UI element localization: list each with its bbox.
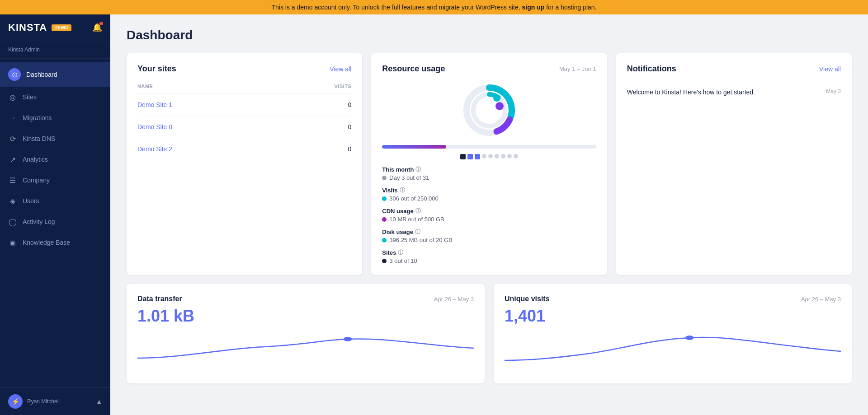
site-visits: 0 xyxy=(281,138,351,160)
stat-visits: Visits ⓘ 306 out of 250,000 xyxy=(382,187,596,202)
this-month-label: This month ⓘ xyxy=(382,166,596,173)
pagination-dot-9 xyxy=(514,154,518,159)
sites-value: 3 out of 10 xyxy=(382,257,596,264)
page-title: Dashboard xyxy=(127,28,852,42)
main-content: Dashboard Your sites View all NAME VISIT… xyxy=(110,14,868,415)
sidebar-item-label-company: Company xyxy=(23,177,50,184)
banner-text-end: for a hosting plan. xyxy=(546,4,596,11)
notification-bell[interactable]: 🔔 xyxy=(92,23,102,33)
sign-up-link[interactable]: sign up xyxy=(522,4,545,11)
notif-text: Welcome to Kinsta! Here's how to get sta… xyxy=(627,88,755,97)
demo-banner: This is a demo account only. To unlock t… xyxy=(0,0,868,14)
unique-visits-card: Unique visits Apr 26 – May 3 1,401 xyxy=(494,284,852,383)
your-sites-card: Your sites View all NAME VISITS Demo Sit… xyxy=(127,53,362,275)
disk-dot xyxy=(382,238,387,242)
sites-label: Sites ⓘ xyxy=(382,249,596,256)
avatar: ⚡ xyxy=(8,394,23,409)
visits-label: Visits ⓘ xyxy=(382,187,596,194)
sidebar-item-label-analytics: Analytics xyxy=(23,156,48,163)
sites-dot xyxy=(382,259,387,263)
visits-dot xyxy=(382,196,387,201)
site-visits: 0 xyxy=(281,116,351,138)
banner-text: This is a demo account only. To unlock t… xyxy=(271,4,520,11)
sidebar-item-migrations[interactable]: →Migrations xyxy=(0,107,110,128)
notifications-view-all[interactable]: View all xyxy=(819,65,841,73)
table-row: Demo Site 1 0 xyxy=(137,94,351,116)
bottom-grid: Data transfer Apr 26 – May 3 1.01 kB Uni… xyxy=(127,284,852,383)
sidebar-item-label-activity-log: Activity Log xyxy=(23,218,55,225)
donut-chart xyxy=(460,81,519,140)
progress-bar-fill xyxy=(382,145,446,149)
cdn-dot xyxy=(382,217,387,222)
sidebar-item-users[interactable]: ◈Users xyxy=(0,191,110,211)
unique-visits-chart xyxy=(505,331,841,367)
sidebar-footer: ⚡ Ryan Mitchell ▲ xyxy=(0,387,110,415)
kinsta-dns-icon: ⟳ xyxy=(8,134,17,143)
sidebar-item-dashboard[interactable]: ⊙Dashboard xyxy=(0,62,110,87)
pagination-dot-8 xyxy=(507,154,512,159)
sidebar-item-label-migrations: Migrations xyxy=(23,114,52,121)
site-link[interactable]: Demo Site 2 xyxy=(137,145,172,153)
sidebar-item-label-sites: Sites xyxy=(23,93,37,101)
sidebar: KINSTA DEMO 🔔 Kinsta Admin ⊙Dashboard◎Si… xyxy=(0,14,110,415)
resource-usage-card: Resource usage May 1 – Jun 1 xyxy=(371,53,607,275)
notification-item: Welcome to Kinsta! Here's how to get sta… xyxy=(627,81,841,104)
footer-user: ⚡ Ryan Mitchell xyxy=(8,394,60,409)
svg-point-8 xyxy=(685,336,694,340)
notifications-list: Welcome to Kinsta! Here's how to get sta… xyxy=(627,81,841,104)
sidebar-header: KINSTA DEMO 🔔 xyxy=(0,14,110,41)
pagination-dot-3 xyxy=(475,154,480,159)
your-sites-title: Your sites xyxy=(137,64,176,74)
sidebar-item-label-kinsta-dns: Kinsta DNS xyxy=(23,135,55,142)
disk-value: 396.25 MB out of 20 GB xyxy=(382,237,596,243)
sidebar-item-company[interactable]: ☰Company xyxy=(0,170,110,191)
sidebar-item-kinsta-dns[interactable]: ⟳Kinsta DNS xyxy=(0,128,110,149)
site-link[interactable]: Demo Site 0 xyxy=(137,123,172,131)
disk-label: Disk usage ⓘ xyxy=(382,228,596,236)
logo: KINSTA xyxy=(8,22,47,33)
unique-visits-title: Unique visits xyxy=(505,295,550,303)
sidebar-user: Kinsta Admin xyxy=(0,41,110,59)
info-icon-sites: ⓘ xyxy=(398,249,403,256)
info-icon-disk: ⓘ xyxy=(415,228,420,236)
chevron-up-icon[interactable]: ▲ xyxy=(96,398,102,405)
sidebar-item-label-dashboard: Dashboard xyxy=(26,71,57,78)
cdn-value: 10 MB out of 500 GB xyxy=(382,216,596,223)
pagination-dot-7 xyxy=(501,154,505,159)
col-visits: VISITS xyxy=(281,81,351,94)
data-transfer-date: Apr 26 – May 3 xyxy=(434,296,474,303)
table-row: Demo Site 2 0 xyxy=(137,138,351,160)
knowledge-base-icon: ◉ xyxy=(8,238,17,247)
your-sites-view-all[interactable]: View all xyxy=(330,65,351,73)
sidebar-item-label-users: Users xyxy=(23,197,39,205)
company-icon: ☰ xyxy=(8,176,17,185)
activity-log-icon: ◯ xyxy=(8,217,17,226)
unique-visits-date: Apr 26 – May 3 xyxy=(801,296,841,303)
top-grid: Your sites View all NAME VISITS Demo Sit… xyxy=(127,53,852,275)
pagination-dot-1 xyxy=(460,154,466,159)
svg-point-7 xyxy=(344,337,352,341)
stat-sites: Sites ⓘ 3 out of 10 xyxy=(382,249,596,264)
data-transfer-title: Data transfer xyxy=(137,295,182,303)
pagination-dot-2 xyxy=(467,154,473,159)
sidebar-item-label-knowledge-base: Knowledge Base xyxy=(23,239,70,246)
donut-container xyxy=(460,81,519,140)
data-transfer-header: Data transfer Apr 26 – May 3 xyxy=(137,295,474,303)
sidebar-item-sites[interactable]: ◎Sites xyxy=(0,87,110,107)
progress-bar-track xyxy=(382,145,596,149)
table-row: Demo Site 0 0 xyxy=(137,116,351,138)
data-transfer-card: Data transfer Apr 26 – May 3 1.01 kB xyxy=(127,284,485,383)
sidebar-item-knowledge-base[interactable]: ◉Knowledge Base xyxy=(0,232,110,253)
sidebar-item-activity-log[interactable]: ◯Activity Log xyxy=(0,211,110,232)
users-icon: ◈ xyxy=(8,196,17,205)
stat-cdn: CDN usage ⓘ 10 MB out of 500 GB xyxy=(382,207,596,223)
unique-visits-value: 1,401 xyxy=(505,307,841,326)
resource-date-range: May 1 – Jun 1 xyxy=(559,65,596,72)
site-link[interactable]: Demo Site 1 xyxy=(137,101,172,108)
resource-usage-header: Resource usage May 1 – Jun 1 xyxy=(382,64,596,74)
sidebar-item-analytics[interactable]: ↗Analytics xyxy=(0,149,110,170)
info-icon-visits: ⓘ xyxy=(400,187,405,194)
cdn-label: CDN usage ⓘ xyxy=(382,207,596,215)
info-icon-cdn: ⓘ xyxy=(415,207,421,215)
donut-area xyxy=(382,81,596,159)
